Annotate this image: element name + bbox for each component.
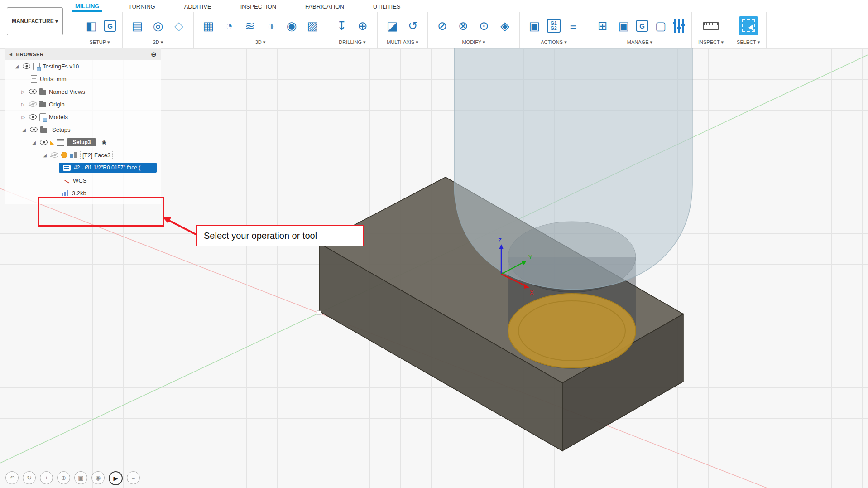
tree-label: WCS: [73, 177, 86, 184]
pocket-clearing-icon[interactable]: ◔: [221, 18, 237, 34]
tree-row-setups[interactable]: ◢ Setups: [5, 123, 161, 136]
workspace-tabs: MILLINGTURNINGADDITIVEINSPECTIONFABRICAT…: [72, 0, 403, 12]
circular-icon[interactable]: ⊕: [355, 18, 371, 34]
visibility-eye-icon[interactable]: [40, 140, 48, 145]
toolbar-group-label[interactable]: DRILLING ▾: [334, 39, 371, 48]
toolbar-group-label[interactable]: MULTI-AXIS ▾: [384, 39, 421, 48]
setup-name-chip[interactable]: Setup3: [67, 138, 96, 146]
toolbar-group-label[interactable]: 3D ▾: [200, 39, 321, 48]
selected-operation[interactable]: #2 - Ø1 1/2"R0.0157" face (...: [59, 163, 157, 173]
machined-face[interactable]: [508, 294, 636, 368]
origin-point[interactable]: [317, 311, 321, 315]
expand-icon[interactable]: ◢: [21, 127, 27, 132]
minimize-panel-icon[interactable]: ⊖: [151, 51, 157, 58]
visibility-eye-icon[interactable]: [29, 114, 37, 120]
tree-row-setup3[interactable]: ◢ ◣ Setup3 ◉: [5, 136, 161, 149]
toolbar-group-label[interactable]: SELECT ▾: [737, 39, 760, 48]
steep-shallow-icon[interactable]: ◑: [263, 18, 279, 34]
morph-icon[interactable]: ▨: [304, 18, 321, 34]
tab[interactable]: INSPECTION: [238, 1, 279, 11]
tab[interactable]: ADDITIVE: [182, 1, 214, 11]
visibility-eye-icon[interactable]: [30, 127, 38, 132]
gcode-library-icon[interactable]: G: [636, 20, 648, 32]
tree-row-root[interactable]: ◢ TestingFs v10: [5, 60, 161, 72]
parallel-icon[interactable]: ≋: [242, 18, 258, 34]
visibility-off-eye-icon[interactable]: [51, 152, 58, 158]
expand-icon[interactable]: ◢: [31, 140, 37, 145]
toolbar-group-label[interactable]: 2D ▾: [129, 39, 187, 48]
expand-icon[interactable]: ◢: [14, 64, 20, 69]
setup-sheet-icon[interactable]: ≡: [565, 18, 581, 34]
tab[interactable]: UTILITIES: [370, 1, 403, 11]
tree-row-named-views[interactable]: ▷ Named Views: [5, 85, 161, 98]
view-navigation-bar: ↶↻+⊕▣◉▶≡: [5, 471, 140, 485]
tree-row-models[interactable]: ▷ Models: [5, 111, 161, 123]
fit-icon[interactable]: ▣: [74, 471, 87, 484]
tool-holder[interactable]: [454, 48, 692, 290]
trim-toolpath-icon[interactable]: ⊘: [434, 18, 451, 34]
look-at-icon[interactable]: ◉: [91, 471, 105, 484]
tree-row-operation-folder[interactable]: ◢ [T2] Face3: [5, 149, 161, 161]
toolbar-group: SELECT ▾: [730, 12, 767, 48]
face-icon[interactable]: ▤: [129, 18, 145, 34]
browser-panel: ◀ BROWSER ⊖ ◢ TestingFs v10 Units: mm ▷ …: [5, 48, 161, 204]
tree-row-operation-selected[interactable]: #2 - Ø1 1/2"R0.0157" face (...: [5, 161, 161, 174]
tool-library-icon[interactable]: ⊞: [595, 18, 611, 34]
tree-row-origin[interactable]: ▷ Origin: [5, 98, 161, 111]
camera-icon[interactable]: ▶: [109, 471, 123, 485]
tab[interactable]: FABRICATION: [302, 1, 347, 11]
pan-icon[interactable]: +: [40, 471, 53, 484]
toolbar-group-label[interactable]: INSPECT ▾: [698, 39, 724, 48]
delete-passes-icon[interactable]: ⊗: [455, 18, 471, 34]
tree-label: Named Views: [49, 88, 85, 95]
machine-library-icon[interactable]: ▣: [615, 18, 632, 34]
adaptive2d-icon[interactable]: ◎: [150, 18, 166, 34]
tree-row-wcs[interactable]: WCS: [5, 174, 161, 187]
tree-label: Setups: [50, 126, 72, 134]
templates-icon[interactable]: ▢: [652, 18, 669, 34]
tree-row-units[interactable]: Units: mm: [5, 72, 161, 85]
new-setup-icon[interactable]: ◧: [83, 18, 100, 34]
visibility-eye-icon[interactable]: [29, 89, 37, 94]
adaptive-clearing-icon[interactable]: ▦: [200, 18, 216, 34]
visibility-off-eye-icon[interactable]: [29, 101, 37, 107]
setups-folder-icon: [40, 128, 47, 133]
sliders-icon[interactable]: [673, 19, 685, 33]
select-icon[interactable]: [739, 16, 758, 35]
drill-icon[interactable]: ↧: [334, 18, 350, 34]
display-settings-icon[interactable]: ≡: [127, 471, 140, 484]
undo-view-icon[interactable]: ↶: [5, 471, 19, 484]
tool-icon: [63, 165, 71, 171]
statistics-icon: [62, 190, 69, 196]
tab[interactable]: MILLING: [72, 1, 102, 12]
gcode-edit-icon[interactable]: G: [104, 20, 116, 32]
rotary-icon[interactable]: ↺: [405, 18, 421, 34]
toolbar: MANUFACTURE ▾ MILLINGTURNINGADDITIVEINSP…: [0, 0, 868, 48]
toolbar-group-label[interactable]: ACTIONS ▾: [526, 39, 581, 48]
wcs-icon: [63, 177, 70, 184]
toolbar-group-label[interactable]: MANAGE ▾: [595, 39, 685, 48]
transform-icon[interactable]: ◈: [497, 18, 513, 34]
active-setup-radio-icon[interactable]: ◉: [101, 139, 106, 145]
active-setup-flag-icon: ◣: [50, 140, 54, 145]
zoom-icon[interactable]: ⊕: [57, 471, 70, 484]
tab[interactable]: TURNING: [125, 1, 158, 11]
expand-icon[interactable]: ▷: [20, 89, 26, 94]
chamfer-icon[interactable]: ◇: [171, 18, 187, 34]
measure-icon[interactable]: [703, 22, 719, 30]
edit-toolpath-icon[interactable]: ⊙: [476, 18, 492, 34]
workspace-switcher[interactable]: MANUFACTURE ▾: [7, 7, 63, 35]
toolbar-group-label[interactable]: MODIFY ▾: [434, 39, 513, 48]
tree-row-size[interactable]: 3.2kb: [5, 187, 161, 199]
g1g2-icon[interactable]: G1 G2: [547, 19, 561, 33]
post-process-icon[interactable]: ▣: [526, 18, 542, 34]
visibility-eye-icon[interactable]: [23, 63, 30, 69]
toolbar-group-label[interactable]: SETUP ▾: [83, 39, 116, 48]
expand-icon[interactable]: ◢: [42, 153, 48, 158]
orbit-icon[interactable]: ↻: [23, 471, 36, 484]
spiral-icon[interactable]: ◉: [283, 18, 300, 34]
collapse-panel-icon[interactable]: ◀: [9, 52, 12, 57]
expand-icon[interactable]: ▷: [20, 102, 26, 107]
swarf-icon[interactable]: ◪: [384, 18, 400, 34]
expand-icon[interactable]: ▷: [20, 115, 26, 120]
